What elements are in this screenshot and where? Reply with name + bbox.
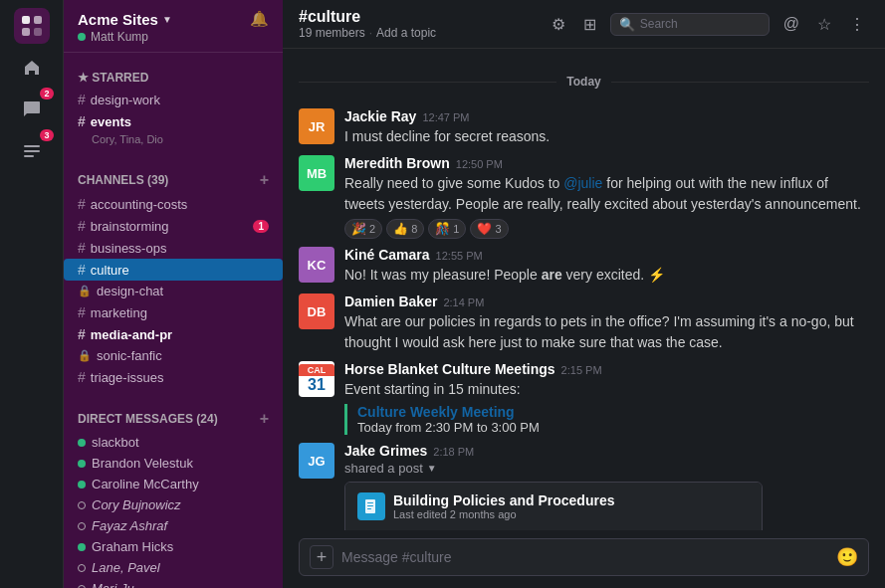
- dm-status-dot: [78, 585, 86, 589]
- add-channel-icon[interactable]: +: [260, 171, 269, 189]
- search-icon: 🔍: [619, 17, 635, 32]
- dm-nav-icon[interactable]: 2: [14, 92, 50, 127]
- shared-document: Building Policies and Procedures Last ed…: [344, 482, 763, 530]
- doc-header: Building Policies and Procedures Last ed…: [345, 483, 762, 530]
- table-row: DB Damien Baker 2:14 PM What are our pol…: [283, 290, 885, 357]
- starred-section: ★ STARRED # design-work # events Cory, T…: [64, 53, 283, 153]
- add-dm-icon[interactable]: +: [260, 410, 269, 428]
- message-body: Damien Baker 2:14 PM What are our polici…: [344, 294, 869, 353]
- message-input[interactable]: [341, 549, 828, 565]
- message-text: What are our policies in regards to pets…: [344, 311, 869, 353]
- message-body: Jake Grimes 2:18 PM shared a post ▼: [344, 443, 869, 530]
- message-author: Kiné Camara: [344, 247, 430, 263]
- dm-fayaz-ashraf[interactable]: Fayaz Ashraf: [64, 515, 283, 536]
- reaction-item[interactable]: 🎊1: [428, 219, 466, 239]
- workspace-header: Acme Sites ▼ 🔔 Matt Kump: [64, 0, 283, 53]
- dm-status-dot: [78, 564, 86, 572]
- more-icon[interactable]: ⋮: [845, 11, 869, 38]
- sidebar-item-events[interactable]: # events: [64, 110, 283, 132]
- divider-line: [611, 82, 869, 83]
- message-time: 12:55 PM: [436, 250, 483, 262]
- table-row: KC Kiné Camara 12:55 PM No! It was my pl…: [283, 243, 885, 290]
- sidebar-item-triage-issues[interactable]: # triage-issues: [64, 366, 283, 388]
- bookmark-icon[interactable]: ☆: [813, 11, 835, 38]
- dm-caroline-mccarthy[interactable]: Caroline McCarthy: [64, 474, 283, 494]
- dm-mari-ju[interactable]: Mari Ju: [64, 578, 283, 588]
- sidebar-item-design-work[interactable]: # design-work: [64, 89, 283, 110]
- channel-members: 19 members: [299, 26, 365, 40]
- layout-icon[interactable]: ⊞: [579, 11, 600, 38]
- events-members: Cory, Tina, Dio: [64, 132, 283, 149]
- app-logo[interactable]: [14, 8, 50, 44]
- reaction-count: 8: [411, 223, 417, 235]
- calendar-day: 31: [308, 376, 326, 394]
- avatar: MB: [299, 155, 334, 191]
- sidebar-item-media-and-pr[interactable]: # media-and-pr: [64, 323, 283, 345]
- message-author: Horse Blanket Culture Meetings: [344, 361, 555, 377]
- message-time: 2:15 PM: [561, 364, 602, 376]
- home-nav-icon[interactable]: [14, 50, 50, 86]
- message-header: Horse Blanket Culture Meetings 2:15 PM: [344, 361, 869, 377]
- sidebar-item-design-chat[interactable]: 🔒 design-chat: [64, 281, 283, 301]
- hash-icon: #: [78, 326, 86, 342]
- sidebar-item-label: design-work: [91, 93, 160, 107]
- reaction-item[interactable]: ❤️3: [470, 219, 508, 239]
- dm-label: Cory Bujnowicz: [92, 497, 181, 512]
- message-header: Jake Grimes 2:18 PM: [344, 443, 869, 459]
- reaction-item[interactable]: 🎉2: [344, 219, 382, 239]
- doc-title-wrap: Building Policies and Procedures Last ed…: [393, 492, 615, 520]
- mention: @julie: [563, 175, 602, 191]
- workspace-title-row[interactable]: Acme Sites ▼ 🔔: [78, 10, 269, 28]
- sidebar-item-brainstorming[interactable]: # brainstorming 1: [64, 215, 283, 237]
- lock-icon: 🔒: [78, 349, 92, 362]
- reaction-item[interactable]: 👍8: [386, 219, 424, 239]
- event-card: Culture Weekly Meeting Today from 2:30 P…: [344, 404, 869, 435]
- channel-meta: 19 members · Add a topic: [299, 26, 436, 40]
- dm-brandon-velestuk[interactable]: Brandon Velestuk: [64, 453, 283, 474]
- svg-rect-1: [34, 16, 42, 24]
- channels-section-header[interactable]: CHANNELS (39) +: [64, 169, 283, 191]
- sidebar-item-accounting-costs[interactable]: # accounting-costs: [64, 193, 283, 215]
- dm-lane-pavel[interactable]: Lane, Pavel: [64, 557, 283, 578]
- reaction-count: 3: [495, 223, 501, 235]
- dm-label: Fayaz Ashraf: [92, 518, 167, 533]
- message-body: Kiné Camara 12:55 PM No! It was my pleas…: [344, 247, 869, 286]
- dm-status-dot: [78, 522, 86, 530]
- starred-section-header[interactable]: ★ STARRED: [64, 69, 283, 87]
- starred-label: ★ STARRED: [78, 71, 148, 85]
- sidebar-item-label: design-chat: [97, 284, 163, 298]
- app-sidebar: 2 3: [0, 0, 64, 588]
- search-input[interactable]: [640, 17, 761, 31]
- channels-count: (39): [147, 173, 168, 187]
- add-attachment-button[interactable]: +: [310, 545, 333, 569]
- dm-graham-hicks[interactable]: Graham Hicks: [64, 536, 283, 557]
- channel-add-topic[interactable]: Add a topic: [376, 26, 436, 40]
- svg-rect-0: [22, 16, 30, 24]
- sidebar-item-culture[interactable]: # culture: [64, 259, 283, 281]
- sidebar-item-label: marketing: [91, 305, 147, 320]
- brainstorming-badge: 1: [253, 220, 269, 233]
- event-title[interactable]: Culture Weekly Meeting: [357, 404, 869, 420]
- sidebar-item-label: events: [91, 114, 131, 129]
- mentions-nav-icon[interactable]: 3: [14, 133, 50, 169]
- emoji-button[interactable]: 🙂: [836, 546, 858, 568]
- shared-post-label: shared a post ▼: [344, 461, 869, 476]
- settings-icon[interactable]: ⚙: [548, 11, 569, 38]
- sidebar-item-marketing[interactable]: # marketing: [64, 301, 283, 323]
- dm-section-header[interactable]: DIRECT MESSAGES (24) +: [64, 408, 283, 430]
- message-header: Jackie Ray 12:47 PM: [344, 108, 869, 124]
- dm-slackbot[interactable]: slackbot: [64, 432, 283, 453]
- sidebar-item-label: business-ops: [91, 241, 167, 256]
- svg-rect-9: [367, 505, 373, 506]
- table-row: CAL 31 Horse Blanket Culture Meetings 2:…: [283, 357, 885, 439]
- message-text: Event starting in 15 minutes:: [344, 379, 869, 400]
- message-author: Jackie Ray: [344, 108, 416, 124]
- dm-cory-bujnowicz[interactable]: Cory Bujnowicz: [64, 494, 283, 515]
- sidebar-item-sonic-fanfic[interactable]: 🔒 sonic-fanfic: [64, 345, 283, 366]
- lock-icon: 🔒: [78, 285, 92, 297]
- at-icon[interactable]: @: [779, 11, 803, 37]
- bell-icon[interactable]: 🔔: [250, 10, 269, 28]
- dm-label: Mari Ju: [92, 581, 134, 588]
- dm-status-dot: [78, 439, 86, 447]
- sidebar-item-business-ops[interactable]: # business-ops: [64, 237, 283, 259]
